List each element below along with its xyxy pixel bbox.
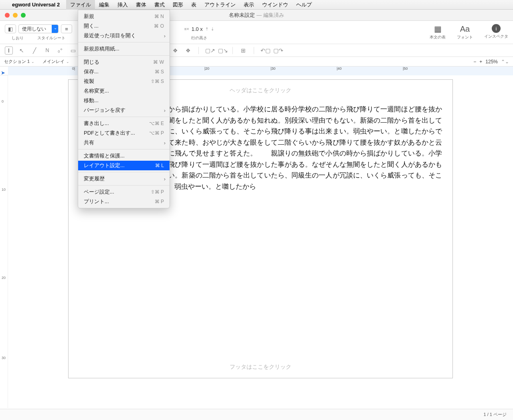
layers-icon[interactable]: ❖	[171, 47, 179, 54]
page-count: 1 / 1 ページ	[484, 412, 507, 418]
menu-item-変更履歴[interactable]: 変更履歴	[78, 174, 170, 184]
window-title: 名称未設定 — 編集済み	[229, 12, 284, 19]
menubar: egword Universal 2 ファイル編集挿入書体書式図形表アウトライン…	[0, 0, 513, 10]
menu-ヘルプ[interactable]: ヘルプ	[292, 0, 316, 10]
menu-item-新規[interactable]: 新規⌘ N	[78, 12, 170, 21]
list-icon[interactable]: ≡	[61, 24, 72, 33]
bookmark-label: しおり	[12, 35, 24, 41]
menu-アウトライン[interactable]: アウトライン	[200, 0, 240, 10]
menu-item-プリント...[interactable]: プリント...⌘ P	[78, 197, 170, 206]
text-cursor-icon[interactable]: I	[5, 46, 13, 55]
stylesheet-label: スタイルシート	[37, 35, 65, 41]
file-menu-dropdown: 新規⌘ N開く...⌘ O最近使った項目を開く新規原稿用紙...閉じる⌘ W保存…	[78, 10, 170, 208]
minimize-window-icon[interactable]	[13, 13, 18, 18]
rotate-right-icon[interactable]: ▢↷	[273, 47, 281, 54]
layout-select[interactable]: メインレイ	[42, 59, 69, 65]
font-icon[interactable]: Aa	[460, 24, 470, 34]
pointer-icon[interactable]: ↖	[18, 47, 26, 54]
page-footer[interactable]: フッタはここをクリック	[69, 356, 452, 378]
menu-書体[interactable]: 書体	[132, 0, 150, 10]
zoom-window-icon[interactable]	[21, 13, 26, 18]
rect-icon[interactable]: ▭	[69, 47, 77, 54]
menu-item-新規原稿用紙...[interactable]: 新規原稿用紙...	[78, 44, 170, 54]
zoom-out-icon[interactable]: −	[473, 59, 476, 65]
status-bar: 1 / 1 ページ	[0, 409, 513, 420]
group-icon[interactable]: ⊞	[239, 47, 247, 54]
line-spacing-icon[interactable]: ≡×	[184, 27, 189, 31]
menu-図形[interactable]: 図形	[169, 0, 187, 10]
polyline-icon[interactable]: Ｎ	[43, 47, 51, 54]
menu-書式[interactable]: 書式	[150, 0, 169, 10]
menu-表[interactable]: 表	[187, 0, 200, 10]
section-bar: セクション 1 メインレイ − + 125% ⌃⌄	[0, 57, 513, 67]
node-icon[interactable]: ₀°	[56, 47, 64, 54]
ruler-area: ➤ 0||10|20|30|40|50	[0, 67, 513, 75]
menu-表示[interactable]: 表示	[240, 0, 258, 10]
line-down-icon[interactable]: ⇣	[211, 27, 214, 31]
send-back-icon[interactable]: ▢↘	[218, 47, 226, 54]
app-name[interactable]: egword Universal 2	[9, 2, 63, 8]
menu-item-PDFとして書き出す...[interactable]: PDFとして書き出す...⌥⌘ P	[78, 128, 170, 138]
line-up-icon[interactable]: ⇡	[205, 27, 208, 31]
sidebar-toggle-icon[interactable]: ◧	[5, 24, 16, 33]
main-toolbar: ◧ 使用しない ≡ しおりスタイルシート ≡× 1.0 x ⇡ ⇣ 行の高さ ▦…	[0, 21, 513, 44]
rotate-left-icon[interactable]: ↶▢	[261, 47, 269, 54]
line-height-value[interactable]: 1.0 x	[192, 26, 203, 32]
zoom-value[interactable]: 125%	[485, 59, 498, 65]
zoom-stepper-icon[interactable]: ⌃⌄	[501, 59, 509, 65]
menu-item-保存...[interactable]: 保存...⌘ S	[78, 67, 170, 77]
line-height-label: 行の高さ	[191, 35, 207, 41]
menu-ウインドウ[interactable]: ウインドウ	[258, 0, 292, 10]
ruler-arrow-icon[interactable]: ➤	[1, 70, 5, 74]
layers2-icon[interactable]: ❖	[184, 47, 192, 54]
menu-item-共有[interactable]: 共有	[78, 138, 170, 147]
table-icon[interactable]: ▦	[434, 24, 442, 34]
menu-item-ページ設定...[interactable]: ページ設定...⇧⌘ P	[78, 187, 170, 197]
vertical-ruler[interactable]: 0102030	[0, 75, 8, 408]
menu-ファイル[interactable]: ファイル	[66, 0, 95, 10]
zoom-in-icon[interactable]: +	[479, 59, 482, 65]
style-select[interactable]: 使用しない	[18, 24, 59, 33]
bring-front-icon[interactable]: ▢↗	[205, 47, 213, 54]
menu-item-文書情報と保護...[interactable]: 文書情報と保護...	[78, 151, 170, 161]
menu-item-名称変更...[interactable]: 名称変更...	[78, 86, 170, 96]
menu-item-開く...[interactable]: 開く...⌘ O	[78, 21, 170, 31]
section-select[interactable]: セクション 1	[4, 59, 34, 65]
workspace: 0102030 ヘッダはここをクリック 親譲りの無鉄砲で小供の時から損ばかりして…	[0, 75, 513, 408]
menu-item-バージョンを戻す[interactable]: バージョンを戻す	[78, 105, 170, 115]
menu-item-移動...[interactable]: 移動...	[78, 96, 170, 105]
menu-item-最近使った項目を開く[interactable]: 最近使った項目を開く	[78, 31, 170, 40]
close-window-icon[interactable]	[5, 13, 10, 18]
menu-挿入[interactable]: 挿入	[113, 0, 132, 10]
line-icon[interactable]: ╱	[30, 47, 38, 54]
tool-palette: I ↖ ╱ Ｎ ₀° ▭ ▯▯ ▯▯ ▯▯ 🔒 🔓 ❖ ❖ ▢↗ ▢↘ ⊞ ↶▢…	[0, 44, 513, 57]
menu-item-書き出し...[interactable]: 書き出し...⌥⌘ E	[78, 119, 170, 128]
menu-item-閉じる[interactable]: 閉じる⌘ W	[78, 57, 170, 67]
menu-item-レイアウト設定...[interactable]: レイアウト設定...⌘ L	[78, 161, 170, 170]
menu-編集[interactable]: 編集	[95, 0, 113, 10]
menu-item-複製[interactable]: 複製⇧⌘ S	[78, 77, 170, 86]
inspector-icon[interactable]: i	[492, 24, 501, 33]
window-titlebar: 名称未設定 — 編集済み	[0, 10, 513, 21]
